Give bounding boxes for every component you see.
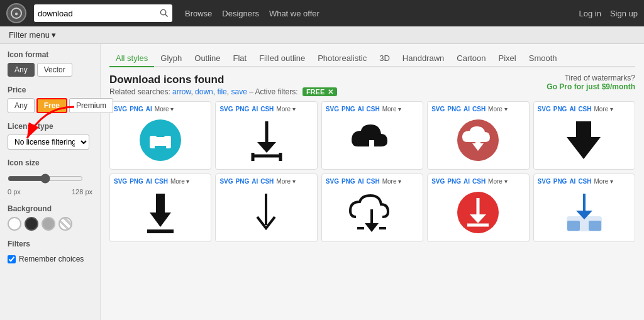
bg-gray[interactable]: [42, 217, 55, 231]
fmt-ai[interactable]: AI: [146, 178, 152, 185]
fmt-svg[interactable]: SVG: [219, 178, 233, 185]
icon-image[interactable]: [431, 187, 525, 238]
style-tab-glyph[interactable]: Glyph: [154, 50, 188, 66]
free-badge-close[interactable]: ✕: [328, 88, 333, 96]
fmt-png[interactable]: PNG: [553, 178, 567, 185]
icon-image[interactable]: [114, 187, 207, 238]
icon-image[interactable]: [538, 187, 631, 238]
fmt-png[interactable]: PNG: [130, 106, 143, 113]
search-button[interactable]: [160, 9, 169, 18]
logo[interactable]: ●: [6, 3, 26, 23]
search-input[interactable]: [38, 9, 160, 18]
style-tab-flat[interactable]: Flat: [226, 50, 253, 66]
related-file[interactable]: file: [217, 87, 226, 96]
fmt-more[interactable]: More ▾: [276, 178, 296, 185]
price-free-button[interactable]: Free: [36, 98, 67, 113]
nav-browse[interactable]: Browse: [185, 9, 212, 18]
fmt-png[interactable]: PNG: [553, 106, 567, 113]
related-searches: Related searches: arrow, down, file, sav…: [109, 87, 337, 96]
price-premium-button[interactable]: Premium: [69, 98, 113, 113]
bg-white[interactable]: [8, 217, 21, 231]
icon-image[interactable]: [114, 115, 207, 165]
related-down[interactable]: down: [195, 87, 213, 96]
signup-link[interactable]: Sign up: [610, 9, 638, 18]
nav-what-we-offer[interactable]: What we offer: [269, 9, 319, 18]
fmt-more[interactable]: More ▾: [382, 178, 402, 185]
bg-pattern[interactable]: [58, 217, 72, 231]
format-any-button[interactable]: Any: [8, 63, 35, 77]
style-tab-outline[interactable]: Outline: [188, 50, 226, 66]
nav-designers[interactable]: Designers: [222, 9, 259, 18]
fmt-csh[interactable]: CSH: [260, 178, 274, 185]
fmt-png[interactable]: PNG: [447, 178, 461, 185]
icon-image[interactable]: [538, 115, 631, 165]
fmt-svg[interactable]: SVG: [114, 178, 127, 185]
fmt-more[interactable]: More ▾: [488, 106, 508, 113]
style-tab-pixel[interactable]: Pixel: [492, 50, 523, 66]
fmt-ai[interactable]: AI: [358, 106, 364, 113]
style-tab-cartoon[interactable]: Cartoon: [450, 50, 492, 66]
fmt-csh[interactable]: CSH: [260, 106, 274, 113]
svg-rect-20: [147, 229, 174, 233]
icon-card: SVG PNG AI CSH More ▾: [321, 101, 423, 170]
fmt-svg[interactable]: SVG: [326, 178, 339, 185]
fmt-more[interactable]: More ▾: [155, 106, 174, 113]
filter-menu-button[interactable]: Filter menu ▾: [9, 30, 56, 40]
fmt-svg[interactable]: SVG: [326, 106, 339, 113]
bg-black[interactable]: [25, 217, 38, 231]
fmt-csh[interactable]: CSH: [155, 178, 168, 185]
icon-image[interactable]: [219, 187, 313, 238]
style-tab-all-styles[interactable]: All styles: [109, 50, 154, 67]
fmt-ai[interactable]: AI: [569, 106, 575, 113]
fmt-csh[interactable]: CSH: [578, 178, 591, 185]
remember-checkbox[interactable]: [8, 255, 16, 263]
fmt-more[interactable]: More ▾: [488, 178, 508, 185]
fmt-csh[interactable]: CSH: [472, 106, 486, 113]
fmt-svg[interactable]: SVG: [114, 106, 127, 113]
license-select[interactable]: No license filtering: [8, 135, 89, 150]
format-vector-button[interactable]: Vector: [37, 63, 72, 77]
style-tab-smooth[interactable]: Smooth: [523, 50, 564, 66]
fmt-ai[interactable]: AI: [252, 178, 258, 185]
fmt-svg[interactable]: SVG: [431, 106, 445, 113]
fmt-svg[interactable]: SVG: [538, 178, 551, 185]
fmt-csh[interactable]: CSH: [367, 106, 380, 113]
fmt-png[interactable]: PNG: [130, 178, 143, 185]
fmt-svg[interactable]: SVG: [219, 106, 233, 113]
icon-image[interactable]: [431, 115, 525, 165]
icon-image[interactable]: [326, 115, 419, 165]
fmt-svg[interactable]: SVG: [538, 106, 551, 113]
fmt-ai[interactable]: AI: [146, 106, 152, 113]
go-pro-link[interactable]: Go Pro for just $9/month: [547, 82, 635, 91]
fmt-svg[interactable]: SVG: [431, 178, 445, 185]
icon-image[interactable]: [326, 187, 419, 238]
related-arrow[interactable]: arrow: [172, 87, 191, 96]
fmt-csh[interactable]: CSH: [578, 106, 591, 113]
style-tab-3d[interactable]: 3D: [373, 50, 396, 66]
fmt-png[interactable]: PNG: [236, 178, 250, 185]
login-link[interactable]: Log in: [579, 9, 601, 18]
related-save[interactable]: save: [231, 87, 247, 96]
fmt-more[interactable]: More ▾: [594, 178, 614, 185]
fmt-png[interactable]: PNG: [447, 106, 461, 113]
fmt-ai[interactable]: AI: [252, 106, 258, 113]
style-tab-handdrawn[interactable]: Handdrawn: [396, 50, 451, 66]
fmt-ai[interactable]: AI: [464, 106, 470, 113]
style-tab-filled-outline[interactable]: Filled outline: [253, 50, 311, 66]
fmt-png[interactable]: PNG: [341, 106, 355, 113]
fmt-ai[interactable]: AI: [358, 178, 364, 185]
fmt-more[interactable]: More ▾: [276, 106, 296, 113]
fmt-csh[interactable]: CSH: [367, 178, 380, 185]
fmt-more[interactable]: More ▾: [382, 106, 402, 113]
fmt-csh[interactable]: CSH: [472, 178, 486, 185]
price-any-button[interactable]: Any: [8, 98, 35, 113]
fmt-more[interactable]: More ▾: [594, 106, 614, 113]
fmt-ai[interactable]: AI: [569, 178, 575, 185]
size-slider[interactable]: [8, 174, 83, 184]
style-tab-photorealistic[interactable]: Photorealistic: [311, 50, 373, 66]
icon-image[interactable]: [219, 115, 313, 165]
fmt-ai[interactable]: AI: [464, 178, 470, 185]
fmt-more[interactable]: More ▾: [170, 178, 190, 185]
fmt-png[interactable]: PNG: [341, 178, 355, 185]
fmt-png[interactable]: PNG: [236, 106, 250, 113]
